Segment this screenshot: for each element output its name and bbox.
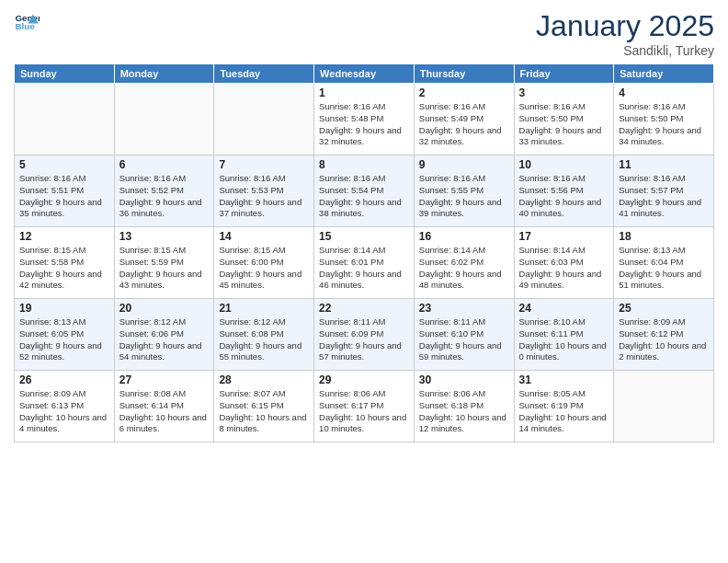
day-info: Sunrise: 8:10 AMSunset: 6:11 PMDaylight:… <box>519 316 609 363</box>
weekday-header: Friday <box>514 64 614 84</box>
header-row: SundayMondayTuesdayWednesdayThursdayFrid… <box>15 64 714 84</box>
day-number: 17 <box>519 230 609 243</box>
day-number: 18 <box>619 230 709 243</box>
day-info: Sunrise: 8:16 AMSunset: 5:51 PMDaylight:… <box>19 173 109 220</box>
calendar-week-row: 5Sunrise: 8:16 AMSunset: 5:51 PMDaylight… <box>15 155 714 227</box>
calendar-cell: 22Sunrise: 8:11 AMSunset: 6:09 PMDayligh… <box>314 299 415 371</box>
day-number: 2 <box>419 86 509 99</box>
day-info: Sunrise: 8:16 AMSunset: 5:48 PMDaylight:… <box>319 101 409 148</box>
calendar-cell: 17Sunrise: 8:14 AMSunset: 6:03 PMDayligh… <box>514 227 614 299</box>
day-info: Sunrise: 8:09 AMSunset: 6:12 PMDaylight:… <box>619 316 709 363</box>
calendar-cell <box>214 84 314 155</box>
calendar-cell: 30Sunrise: 8:06 AMSunset: 6:18 PMDayligh… <box>414 371 514 442</box>
day-number: 7 <box>219 158 309 171</box>
calendar-cell: 16Sunrise: 8:14 AMSunset: 6:02 PMDayligh… <box>414 227 514 299</box>
calendar-cell: 4Sunrise: 8:16 AMSunset: 5:50 PMDaylight… <box>614 84 714 155</box>
day-number: 16 <box>419 230 509 243</box>
title-block: January 2025 Sandikli, Turkey <box>536 9 714 58</box>
weekday-header: Saturday <box>614 64 714 84</box>
day-number: 11 <box>619 158 709 171</box>
day-number: 22 <box>319 302 409 315</box>
day-info: Sunrise: 8:14 AMSunset: 6:02 PMDaylight:… <box>419 245 509 292</box>
day-info: Sunrise: 8:11 AMSunset: 6:10 PMDaylight:… <box>419 316 509 363</box>
day-info: Sunrise: 8:16 AMSunset: 5:52 PMDaylight:… <box>119 173 210 220</box>
calendar-cell: 28Sunrise: 8:07 AMSunset: 6:15 PMDayligh… <box>214 371 314 442</box>
calendar-title: January 2025 <box>536 9 714 43</box>
calendar-cell: 9Sunrise: 8:16 AMSunset: 5:55 PMDaylight… <box>414 155 514 227</box>
day-info: Sunrise: 8:16 AMSunset: 5:56 PMDaylight:… <box>519 173 609 220</box>
calendar-cell: 5Sunrise: 8:16 AMSunset: 5:51 PMDaylight… <box>15 155 115 227</box>
day-number: 25 <box>619 302 709 315</box>
day-info: Sunrise: 8:16 AMSunset: 5:57 PMDaylight:… <box>619 173 709 220</box>
day-info: Sunrise: 8:12 AMSunset: 6:06 PMDaylight:… <box>119 316 210 363</box>
calendar-cell: 8Sunrise: 8:16 AMSunset: 5:54 PMDaylight… <box>314 155 415 227</box>
calendar-cell: 7Sunrise: 8:16 AMSunset: 5:53 PMDaylight… <box>214 155 314 227</box>
weekday-header: Tuesday <box>214 64 314 84</box>
day-info: Sunrise: 8:06 AMSunset: 6:18 PMDaylight:… <box>419 388 509 435</box>
calendar-cell: 29Sunrise: 8:06 AMSunset: 6:17 PMDayligh… <box>314 371 415 442</box>
day-info: Sunrise: 8:13 AMSunset: 6:04 PMDaylight:… <box>619 245 709 292</box>
calendar-week-row: 26Sunrise: 8:09 AMSunset: 6:13 PMDayligh… <box>15 371 714 442</box>
calendar-cell: 31Sunrise: 8:05 AMSunset: 6:19 PMDayligh… <box>514 371 614 442</box>
day-number: 28 <box>219 373 309 386</box>
calendar-cell: 20Sunrise: 8:12 AMSunset: 6:06 PMDayligh… <box>114 299 214 371</box>
day-number: 26 <box>19 373 109 386</box>
calendar-cell: 26Sunrise: 8:09 AMSunset: 6:13 PMDayligh… <box>15 371 115 442</box>
calendar-cell: 24Sunrise: 8:10 AMSunset: 6:11 PMDayligh… <box>514 299 614 371</box>
header: General Blue January 2025 Sandikli, Turk… <box>14 9 714 58</box>
day-number: 10 <box>519 158 609 171</box>
day-number: 15 <box>319 230 409 243</box>
day-info: Sunrise: 8:07 AMSunset: 6:15 PMDaylight:… <box>219 388 309 435</box>
calendar-week-row: 19Sunrise: 8:13 AMSunset: 6:05 PMDayligh… <box>15 299 714 371</box>
calendar-cell: 21Sunrise: 8:12 AMSunset: 6:08 PMDayligh… <box>214 299 314 371</box>
day-info: Sunrise: 8:15 AMSunset: 6:00 PMDaylight:… <box>219 245 309 292</box>
day-info: Sunrise: 8:16 AMSunset: 5:50 PMDaylight:… <box>519 101 609 148</box>
calendar-cell: 23Sunrise: 8:11 AMSunset: 6:10 PMDayligh… <box>414 299 514 371</box>
calendar-cell: 12Sunrise: 8:15 AMSunset: 5:58 PMDayligh… <box>15 227 115 299</box>
day-number: 8 <box>319 158 409 171</box>
day-number: 5 <box>19 158 109 171</box>
calendar-cell: 27Sunrise: 8:08 AMSunset: 6:14 PMDayligh… <box>114 371 214 442</box>
day-number: 24 <box>519 302 609 315</box>
day-info: Sunrise: 8:14 AMSunset: 6:01 PMDaylight:… <box>319 245 409 292</box>
calendar-cell: 25Sunrise: 8:09 AMSunset: 6:12 PMDayligh… <box>614 299 714 371</box>
day-number: 27 <box>119 373 210 386</box>
day-info: Sunrise: 8:14 AMSunset: 6:03 PMDaylight:… <box>519 245 609 292</box>
day-info: Sunrise: 8:16 AMSunset: 5:54 PMDaylight:… <box>319 173 409 220</box>
calendar-cell: 11Sunrise: 8:16 AMSunset: 5:57 PMDayligh… <box>614 155 714 227</box>
day-info: Sunrise: 8:16 AMSunset: 5:53 PMDaylight:… <box>219 173 309 220</box>
weekday-header: Wednesday <box>314 64 415 84</box>
day-info: Sunrise: 8:16 AMSunset: 5:50 PMDaylight:… <box>619 101 709 148</box>
day-info: Sunrise: 8:13 AMSunset: 6:05 PMDaylight:… <box>19 316 109 363</box>
calendar-cell: 3Sunrise: 8:16 AMSunset: 5:50 PMDaylight… <box>514 84 614 155</box>
calendar-cell: 10Sunrise: 8:16 AMSunset: 5:56 PMDayligh… <box>514 155 614 227</box>
calendar-cell: 1Sunrise: 8:16 AMSunset: 5:48 PMDaylight… <box>314 84 415 155</box>
day-number: 20 <box>119 302 210 315</box>
day-number: 31 <box>519 373 609 386</box>
day-info: Sunrise: 8:08 AMSunset: 6:14 PMDaylight:… <box>119 388 210 435</box>
calendar-subtitle: Sandikli, Turkey <box>536 43 714 58</box>
day-info: Sunrise: 8:16 AMSunset: 5:55 PMDaylight:… <box>419 173 509 220</box>
day-info: Sunrise: 8:11 AMSunset: 6:09 PMDaylight:… <box>319 316 409 363</box>
day-number: 14 <box>219 230 309 243</box>
calendar-cell <box>614 371 714 442</box>
day-number: 13 <box>119 230 210 243</box>
calendar-cell <box>15 84 115 155</box>
day-number: 9 <box>419 158 509 171</box>
weekday-header: Monday <box>114 64 214 84</box>
calendar-cell: 15Sunrise: 8:14 AMSunset: 6:01 PMDayligh… <box>314 227 415 299</box>
day-info: Sunrise: 8:09 AMSunset: 6:13 PMDaylight:… <box>19 388 109 435</box>
calendar-cell: 13Sunrise: 8:15 AMSunset: 5:59 PMDayligh… <box>114 227 214 299</box>
day-info: Sunrise: 8:16 AMSunset: 5:49 PMDaylight:… <box>419 101 509 148</box>
page: General Blue January 2025 Sandikli, Turk… <box>0 0 728 563</box>
calendar-table: SundayMondayTuesdayWednesdayThursdayFrid… <box>14 63 714 442</box>
calendar-week-row: 1Sunrise: 8:16 AMSunset: 5:48 PMDaylight… <box>15 84 714 155</box>
weekday-header: Sunday <box>15 64 115 84</box>
calendar-cell: 2Sunrise: 8:16 AMSunset: 5:49 PMDaylight… <box>414 84 514 155</box>
calendar-cell: 19Sunrise: 8:13 AMSunset: 6:05 PMDayligh… <box>15 299 115 371</box>
day-info: Sunrise: 8:05 AMSunset: 6:19 PMDaylight:… <box>519 388 609 435</box>
logo: General Blue <box>14 9 41 35</box>
calendar-cell: 14Sunrise: 8:15 AMSunset: 6:00 PMDayligh… <box>214 227 314 299</box>
day-number: 6 <box>119 158 210 171</box>
day-number: 30 <box>419 373 509 386</box>
